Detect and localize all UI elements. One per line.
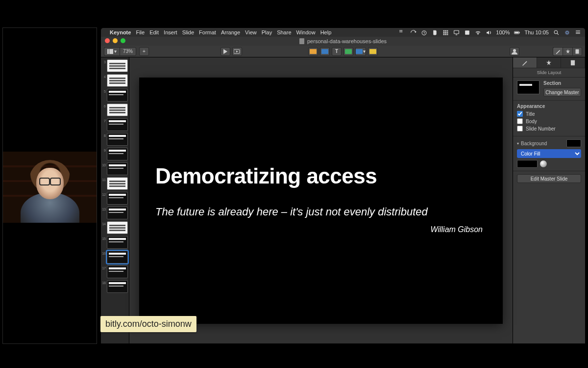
view-mode-button[interactable]: ▾ [104,47,120,56]
slide-thumb[interactable]: 10 [102,162,128,175]
slide-thumb[interactable]: 15 [102,236,128,249]
app-tray-icon[interactable] [464,29,470,36]
insert-shape-button[interactable] [343,47,353,56]
wifi-icon[interactable] [474,29,481,36]
menubar-clock[interactable]: Thu 10:05 [524,29,549,35]
inspector-panel: Slide Layout Section Change Master Appea… [513,57,585,343]
menu-format[interactable]: Format [199,29,216,35]
animate-inspector-tab[interactable] [563,47,572,56]
svg-rect-9 [107,49,109,54]
slide-thumb[interactable]: 14 [102,221,128,234]
window-zoom-button[interactable] [121,38,125,43]
evernote-icon[interactable] [431,29,438,36]
insert-text-button[interactable]: T [332,47,342,56]
current-slide[interactable]: Democratizing access The future is alrea… [140,78,502,323]
slide-thumb[interactable]: 17 [102,265,128,278]
play-button[interactable] [220,47,230,56]
slide-thumb[interactable]: 9 [102,148,128,160]
svg-point-7 [564,30,569,35]
mac-menubar: Keynote File Edit Insert Slide Format Ar… [101,28,585,37]
display-icon[interactable] [453,29,460,36]
menu-help[interactable]: Help [320,29,332,35]
svg-rect-5 [519,32,520,33]
appearance-slidenum-checkbox[interactable]: Slide Number [517,126,581,131]
grid-icon[interactable] [442,29,449,36]
inspector-subhead: Slide Layout [513,68,585,78]
sync-icon[interactable] [410,29,416,36]
appearance-body-checkbox[interactable]: Body [517,118,581,124]
svg-rect-4 [514,32,518,33]
slide-title[interactable]: Democratizing access [155,164,377,188]
presenter-video [2,27,97,344]
window-titlebar: personal-data-warehouses-slides [101,37,585,46]
menu-file[interactable]: File [136,29,145,35]
background-disclosure[interactable]: Background [517,139,581,147]
inspector-tab-document[interactable] [561,57,585,68]
slide-thumb[interactable]: 8 [102,133,128,146]
slide-thumb[interactable]: 7 [102,118,128,131]
battery-icon[interactable] [514,29,520,36]
master-thumbnail [517,80,539,94]
menu-window[interactable]: Window [296,29,316,35]
overlay-url-chip: bitly.com/octo-simonw [100,316,196,332]
menu-play[interactable]: Play [262,29,272,35]
add-slide-button[interactable]: + [139,47,149,56]
insert-chart-button[interactable] [320,47,330,56]
slide-thumb[interactable]: 12 [102,192,128,205]
svg-rect-13 [576,49,579,53]
menubar-tray: 100% Thu 10:05 [399,29,581,36]
background-fill-select[interactable]: Color Fill [517,149,581,158]
menu-insert[interactable]: Insert [164,29,177,35]
collaborate-button[interactable] [510,47,519,56]
slide-thumb[interactable]: 6 [102,104,128,116]
svg-rect-1 [454,30,459,33]
master-section-label: Section [543,80,581,86]
svg-rect-10 [109,49,113,54]
insert-comment-button[interactable] [368,47,378,56]
slide-thumb[interactable]: 3 [102,59,128,72]
timer-icon[interactable] [420,29,427,36]
slide-navigator[interactable]: 3456789101112131415161718 [101,57,129,343]
menu-edit[interactable]: Edit [149,29,159,35]
window-minimize-button[interactable] [113,38,118,43]
slide-canvas[interactable]: Democratizing access The future is alrea… [129,57,513,343]
checkbox-body[interactable] [517,118,523,124]
slide-quote[interactable]: The future is already here – it's just n… [155,206,487,218]
slide-thumb[interactable]: 11 [102,177,128,190]
rehearse-button[interactable] [232,47,242,56]
edit-master-button[interactable]: Edit Master Slide [517,174,581,183]
checkbox-title[interactable] [517,111,523,117]
app-menu[interactable]: Keynote [110,29,131,35]
slide-thumb[interactable]: 16 [102,251,128,263]
zoom-level-button[interactable]: 73% [120,47,136,56]
slide-thumb[interactable]: 18 [102,280,128,293]
insert-media-button[interactable]: ▾ [355,47,366,56]
appearance-title-checkbox[interactable]: Title [517,111,581,117]
inspector-tab-animate[interactable] [537,57,561,68]
insert-table-button[interactable] [308,47,318,56]
format-inspector-tab[interactable] [553,47,563,56]
menu-share[interactable]: Share [277,29,291,35]
slide-thumb[interactable]: 13 [102,207,128,219]
slide-thumb[interactable]: 5 [102,89,128,102]
inspector-tab-format[interactable] [513,57,537,68]
siri-icon[interactable] [564,29,570,36]
svg-point-6 [554,30,558,33]
document-icon [299,38,304,44]
window-close-button[interactable] [105,38,110,43]
menu-slide[interactable]: Slide [182,29,194,35]
menu-view[interactable]: View [245,29,257,35]
change-master-button[interactable]: Change Master [543,88,581,97]
color-well-button[interactable] [539,160,547,168]
background-color-swatch[interactable] [517,160,538,168]
spotlight-icon[interactable] [553,29,560,36]
volume-icon[interactable] [485,29,492,36]
notification-center-icon[interactable] [574,29,581,36]
checkbox-slidenum[interactable] [517,126,523,131]
slide-author[interactable]: William Gibson [430,225,483,234]
dropbox-icon[interactable] [399,29,406,36]
document-inspector-tab[interactable] [572,47,582,56]
keynote-window: Keynote File Edit Insert Slide Format Ar… [100,27,586,344]
slide-thumb[interactable]: 4 [102,74,128,87]
menu-arrange[interactable]: Arrange [221,29,240,35]
